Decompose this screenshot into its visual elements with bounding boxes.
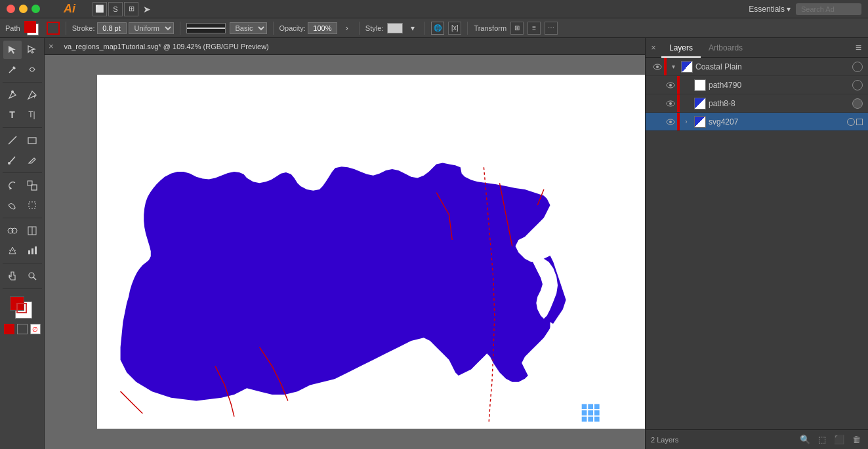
graph-tool[interactable] xyxy=(23,241,41,260)
stroke-value-input[interactable] xyxy=(97,22,127,34)
svg-rect-23 xyxy=(594,404,600,409)
variable-icon[interactable]: [x] xyxy=(448,22,461,35)
stroke-swatch[interactable] xyxy=(47,22,60,35)
hand-tool[interactable] xyxy=(3,267,22,285)
zoom-tool[interactable] xyxy=(23,267,41,285)
thumb-coastal-plain xyxy=(681,61,693,73)
name-path4790: path4790 xyxy=(709,81,852,90)
stroke-label: Stroke: xyxy=(72,24,95,32)
live-paint-tool[interactable] xyxy=(23,222,41,240)
add-layer-icon[interactable]: ⬚ xyxy=(816,433,829,446)
free-transform-tool[interactable] xyxy=(23,196,41,214)
red-bar-svg4207 xyxy=(677,113,680,130)
line-tool[interactable] xyxy=(3,131,22,149)
tool-row-1 xyxy=(3,41,41,59)
basic-dropdown[interactable]: Basic xyxy=(230,22,267,34)
send-icon[interactable]: ➤ xyxy=(140,2,154,16)
circle-coastal-plain[interactable] xyxy=(852,62,863,72)
layer-item-path4790[interactable]: path4790 xyxy=(646,76,868,94)
svg-point-6 xyxy=(8,162,10,165)
maximize-button[interactable] xyxy=(31,5,40,13)
tab-layers[interactable]: Layers xyxy=(661,38,701,58)
paintbrush-tool[interactable] xyxy=(3,151,22,169)
more-tools-icon[interactable]: ⋯ xyxy=(545,22,558,35)
rect-tool[interactable] xyxy=(23,131,41,149)
style-label: Style: xyxy=(365,24,384,32)
layer-item-coastal-plain[interactable]: ▾ Coastal Plain xyxy=(646,58,868,76)
minimize-button[interactable] xyxy=(19,5,28,13)
canvas-inner[interactable] xyxy=(45,55,645,449)
essentials-button[interactable]: Essentials ▾ xyxy=(749,5,791,14)
thumb-path4790 xyxy=(694,79,706,91)
fill-mode-icon[interactable] xyxy=(4,324,14,334)
square-svg4207[interactable] xyxy=(856,119,863,125)
move-to-layer-icon[interactable]: ⬛ xyxy=(833,433,846,446)
svg-line-0 xyxy=(9,68,14,73)
select-tool[interactable] xyxy=(3,41,22,59)
svg-line-4 xyxy=(9,136,16,144)
red-bar-coastal-plain xyxy=(664,58,667,75)
opacity-value-input[interactable] xyxy=(308,22,337,34)
rotate-tool[interactable] xyxy=(3,176,22,195)
align-icon[interactable]: ≡ xyxy=(527,22,541,35)
layers-close-button[interactable]: × xyxy=(646,38,661,58)
perspective-grid-tool[interactable] xyxy=(3,241,22,260)
opacity-arrow-icon[interactable]: › xyxy=(341,22,353,34)
tools-sep-5 xyxy=(3,263,42,264)
web-icon[interactable]: 🌐 xyxy=(431,22,444,35)
scale-tool[interactable] xyxy=(23,176,41,195)
warp-tool[interactable] xyxy=(3,196,22,214)
expand-svg4207[interactable]: › xyxy=(681,117,692,127)
circle-path4790[interactable] xyxy=(852,80,863,90)
magic-wand-tool[interactable] xyxy=(3,60,22,79)
map-svg[interactable] xyxy=(45,68,645,449)
shape-builder-tool[interactable] xyxy=(3,222,22,240)
type-tool[interactable]: T xyxy=(3,106,22,124)
stroke-mode-icon[interactable] xyxy=(17,324,28,334)
fill-stroke-colors[interactable] xyxy=(10,296,35,321)
layer-item-path8-8[interactable]: path8-8 xyxy=(646,94,868,113)
search-layers-icon[interactable]: 🔍 xyxy=(798,433,812,446)
style-dropdown-icon[interactable]: ▾ xyxy=(407,22,419,34)
tool-row-5 xyxy=(3,131,41,149)
circle-svg4207[interactable] xyxy=(847,118,855,126)
eye-path8-8[interactable] xyxy=(664,97,677,110)
layer-item-svg4207[interactable]: › svg4207 xyxy=(646,113,868,131)
stroke-color[interactable] xyxy=(16,303,27,313)
separator-6 xyxy=(467,22,468,35)
pencil-tool[interactable] xyxy=(23,151,41,169)
svg-rect-29 xyxy=(594,417,600,422)
none-mode-icon[interactable]: ∅ xyxy=(30,324,41,334)
fill-color-swatch[interactable] xyxy=(24,21,45,35)
tab-close-button[interactable]: × xyxy=(45,41,58,51)
eye-path4790[interactable] xyxy=(664,79,677,92)
bridge-icon[interactable]: S xyxy=(108,2,123,16)
tool-row-9 xyxy=(3,222,41,240)
tool-row-2 xyxy=(3,60,41,79)
circle-path8-8[interactable] xyxy=(852,98,863,109)
lasso-tool[interactable] xyxy=(23,60,41,79)
layers-header: × Layers Artboards ≡ xyxy=(646,38,868,58)
fill-stroke-mode: ∅ xyxy=(4,324,41,334)
transform-icon[interactable]: ⊞ xyxy=(510,22,524,35)
search-input[interactable] xyxy=(796,3,861,15)
touch-type-tool[interactable]: T| xyxy=(23,106,41,124)
layers-menu-icon[interactable]: ≡ xyxy=(849,42,868,54)
red-bar-path8-8 xyxy=(677,94,680,112)
add-anchor-tool[interactable]: + xyxy=(23,86,41,104)
eye-coastal-plain[interactable] xyxy=(651,60,664,73)
direct-select-tool[interactable] xyxy=(23,41,41,59)
delete-layer-icon[interactable]: 🗑 xyxy=(850,433,863,446)
stroke-type-dropdown[interactable]: Uniform xyxy=(129,22,174,34)
close-button[interactable] xyxy=(7,5,15,13)
grid-view-icon[interactable]: ⊞ xyxy=(124,2,138,16)
pen-tool[interactable] xyxy=(3,86,22,104)
tools-panel: + T T| xyxy=(0,38,45,449)
layers-count: 2 Layers xyxy=(651,436,795,444)
tab-artboards[interactable]: Artboards xyxy=(701,38,751,58)
style-swatch[interactable] xyxy=(387,23,403,33)
new-doc-icon[interactable]: ⬜ xyxy=(93,2,107,16)
eye-svg4207[interactable] xyxy=(664,115,677,128)
app-logo: Ai xyxy=(47,2,93,16)
expand-coastal-plain[interactable]: ▾ xyxy=(668,62,678,72)
